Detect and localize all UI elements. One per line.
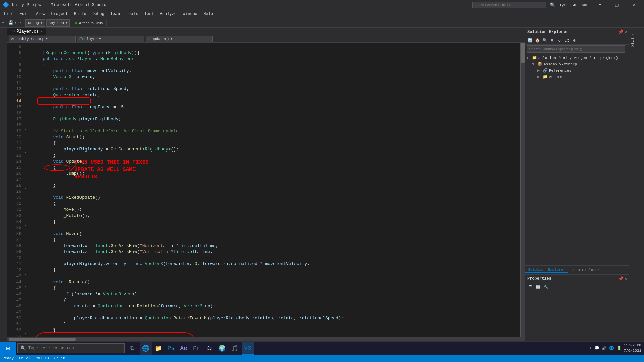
namespace-label: Assembly-CSharp (11, 37, 44, 41)
code-editor[interactable]: 5 6 7 8 9 10 11 12 13 14 15 16 17 18 19 … (7, 43, 520, 337)
expand-icon-2[interactable]: ▼ (532, 62, 536, 67)
debug-config-label: Debug (28, 21, 39, 25)
collapse-btn-19[interactable]: ⊟ (25, 127, 26, 131)
collapse-btn-29[interactable]: ⊟ (25, 187, 26, 191)
vs-icon: 🔷 (3, 2, 9, 8)
solution-tree: ▶ 📁 Solution 'Unity Project' (1 project)… (525, 53, 629, 265)
taskbar-ae-btn[interactable]: Ae (178, 342, 190, 355)
properties-panel: Properties 📌 ✕ ☰ 🔤 🔧 (525, 274, 629, 341)
se-home-btn[interactable]: 🏠 (534, 37, 541, 44)
menu-tools[interactable]: Tools (123, 11, 141, 17)
class-icon: ⬡ (79, 37, 83, 41)
start-button[interactable]: ⊞ (0, 342, 16, 355)
se-refresh-btn[interactable]: ↻ (556, 37, 563, 44)
se-settings-btn[interactable]: ⚙ (571, 37, 578, 44)
h-scrollbar-thumb[interactable] (9, 338, 76, 341)
tree-assets[interactable]: ▶ 📁 Assets (537, 74, 628, 80)
taskbar-files-btn[interactable]: 🗂 (203, 342, 215, 355)
tray-icons: ⬆ 💬 🔊 🌐 🔋 (589, 346, 622, 351)
toolbar-redo-btn[interactable]: ↪ (19, 20, 21, 25)
code-content[interactable]: [RequireComponent(typeof(Rigidbody))] pu… (30, 43, 520, 337)
toolbar-save-btn[interactable]: 💾 (8, 20, 13, 25)
main-layout: CS Player.cs ✕ Assembly-CSharp ▾ ⬡ Playe… (0, 28, 644, 341)
namespace-dropdown[interactable]: Assembly-CSharp ▾ (9, 36, 76, 42)
debug-config-dropdown[interactable]: Debug ▾ (25, 19, 45, 27)
solution-explorer-header-buttons: 📌 ✕ (618, 29, 627, 35)
expand-icon-3[interactable]: ▶ (537, 68, 541, 73)
code-gutter: ⊟ ⊟ ⊟ ⊟ ⊟ ⊟ ⊟ ⊟ (24, 43, 30, 337)
vertical-scrollbar[interactable] (520, 43, 525, 337)
props-close-icon[interactable]: ✕ (625, 276, 627, 281)
class-dropdown[interactable]: ⬡ Player ▾ (77, 36, 144, 42)
se-git-btn[interactable]: ⎇ (564, 37, 570, 44)
quick-launch-input[interactable] (472, 2, 546, 8)
taskbar-search-text: Type here to search (28, 346, 74, 351)
menu-test[interactable]: Test (142, 11, 157, 17)
collapse-btn-23[interactable]: ⊟ (25, 151, 26, 155)
method-dropdown[interactable]: ⚡ Update() ▾ (146, 36, 213, 42)
toolbar-back-btn[interactable]: ⬅ (1, 20, 4, 26)
tree-references[interactable]: ▶ 🔗 References (537, 67, 628, 74)
scrollbar-thumb[interactable] (521, 43, 525, 63)
pin-icon[interactable]: 📌 (618, 29, 623, 35)
tree-assembly[interactable]: ▼ 📦 Assembly-CSharp (532, 61, 628, 67)
se-collapse-btn[interactable]: ⊟ (549, 37, 555, 44)
menu-help[interactable]: Help (201, 11, 216, 17)
restore-button[interactable]: ❐ (609, 0, 625, 10)
menu-view[interactable]: View (33, 11, 48, 17)
solution-explorer-search[interactable] (527, 45, 625, 53)
horizontal-scrollbar[interactable] (7, 337, 525, 341)
props-category-btn[interactable]: ☰ (527, 284, 533, 290)
attach-to-unity-button[interactable]: ▶ Attach to Unity (74, 19, 104, 27)
menu-project[interactable]: Project (48, 11, 70, 17)
props-pin-icon[interactable]: 📌 (618, 276, 623, 281)
properties-title: Properties (527, 276, 551, 281)
far-right-panel: Static (629, 28, 644, 341)
props-settings-btn[interactable]: 🔧 (543, 284, 549, 290)
taskbar-chrome-btn[interactable]: 🌐 (140, 342, 152, 355)
taskbar-search-bar[interactable]: 🔍 Type here to search (17, 343, 125, 353)
references-label: References (549, 69, 571, 73)
menu-edit[interactable]: Edit (17, 11, 32, 17)
taskbar-browser2-btn[interactable]: 🌍 (216, 342, 228, 355)
tree-solution[interactable]: ▶ 📁 Solution 'Unity Project' (1 project) (527, 55, 628, 61)
expand-icon[interactable]: ▶ (527, 55, 531, 60)
se-sync-btn[interactable]: 🔄 (527, 37, 533, 44)
taskbar-pr-btn[interactable]: Pr (191, 342, 203, 355)
taskbar-explorer-btn[interactable]: 📁 (152, 342, 164, 355)
se-close-icon[interactable]: ✕ (625, 29, 627, 35)
expand-icon-4[interactable]: ▶ (537, 74, 541, 79)
menu-analyze[interactable]: Analyze (157, 11, 179, 17)
menu-build[interactable]: Build (71, 11, 89, 17)
collapse-btn-43[interactable]: ⊟ (25, 272, 26, 276)
properties-content (525, 291, 629, 297)
tab-solution-explorer[interactable]: Solution Explorer (525, 268, 568, 273)
toolbar-undo-btn[interactable]: ↩ (15, 20, 17, 25)
toolbar-separator-3 (72, 20, 72, 26)
taskbar: ⊞ 🔍 Type here to search ⧉ 🌐 📁 Ps Ae Pr 🗂… (0, 341, 644, 355)
tab-team-explorer[interactable]: Team Explorer (568, 268, 602, 272)
toolbar-separator-4 (106, 20, 107, 26)
static-tab[interactable]: Static (629, 29, 644, 49)
toolbar: ⬅ 💾 ↩ ↪ Debug ▾ Any CPU ▾ ▶ Attach to Un… (0, 18, 644, 28)
collapse-btn-53[interactable]: ⊟ (25, 332, 26, 336)
close-button[interactable]: ✕ (626, 0, 641, 10)
task-view-btn[interactable]: ⧉ (126, 342, 138, 355)
collapse-btn-35[interactable]: ⊟ (25, 224, 26, 227)
taskbar-media-btn[interactable]: 🎵 (229, 342, 241, 355)
props-alpha-btn[interactable]: 🔤 (535, 284, 541, 290)
taskbar-vs-btn[interactable]: VS (241, 342, 254, 355)
assembly-icon: 📦 (537, 62, 542, 67)
taskbar-photoshop-btn[interactable]: Ps (165, 342, 177, 355)
cpu-dropdown[interactable]: Any CPU ▾ (46, 19, 70, 27)
menu-team[interactable]: Team (108, 11, 123, 17)
menu-debug[interactable]: Debug (90, 11, 107, 17)
menu-window[interactable]: Window (180, 11, 200, 17)
left-panel (0, 28, 7, 341)
se-filter-btn[interactable]: 🔍 (541, 37, 548, 44)
collapse-btn-45[interactable]: ⊟ (25, 284, 26, 288)
minimize-button[interactable]: − (592, 0, 608, 10)
tab-close-button[interactable]: ✕ (41, 29, 43, 34)
tab-player-cs[interactable]: CS Player.cs ✕ (7, 28, 46, 35)
menu-file[interactable]: File (1, 11, 16, 17)
